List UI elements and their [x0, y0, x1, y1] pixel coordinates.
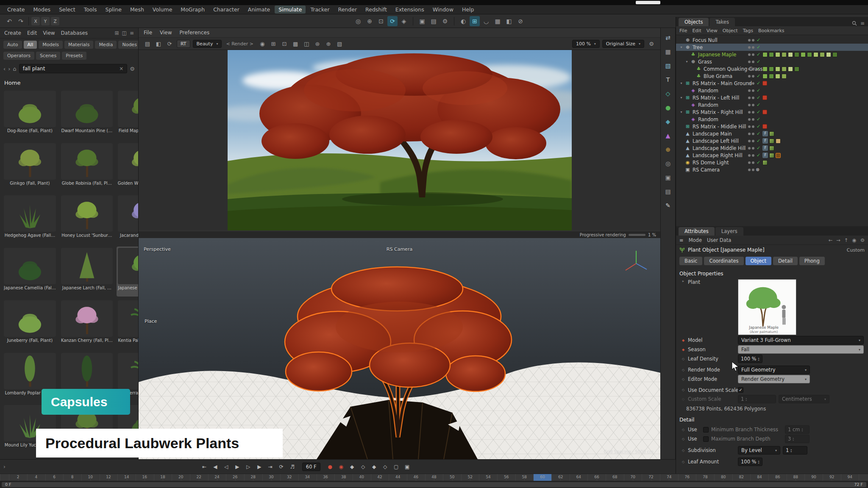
asset-thumb-globe-robinia-fall-pl[interactable]: Globe Robinia (Fall, Pl…: [60, 142, 114, 192]
red-tag-chip[interactable]: [762, 81, 767, 86]
render-visibility-dot[interactable]: [752, 154, 754, 157]
material-swatch[interactable]: [801, 52, 806, 57]
editor-visibility-dot[interactable]: [748, 75, 751, 78]
ruler-frame-44[interactable]: 44: [395, 475, 400, 479]
enabled-check-icon[interactable]: ✓: [757, 152, 760, 158]
section-tab-object[interactable]: Object: [746, 257, 771, 265]
object-row-rs-matrix-main-ground[interactable]: ▾⊞RS Matrix - Main Ground✓: [676, 80, 868, 87]
render-nav-label[interactable]: < Render >: [224, 41, 255, 47]
menu-simulate[interactable]: Simulate: [275, 6, 306, 14]
render-visibility-dot[interactable]: [752, 46, 754, 49]
timeline-panel-arrow[interactable]: ›: [0, 464, 9, 470]
rotate-tool-icon[interactable]: ⟳: [387, 16, 398, 26]
object-row-landscape-main[interactable]: ▲Landscape Main✓F: [676, 130, 868, 137]
object-row-landscape-left-hill[interactable]: ▲Landscape Left Hill✓F: [676, 137, 868, 144]
editor-visibility-dot[interactable]: [748, 133, 751, 135]
camera-key-button[interactable]: ▣: [403, 462, 412, 471]
render-visibility-dot[interactable]: [752, 53, 754, 56]
expander-icon[interactable]: ▾: [679, 110, 684, 114]
rt-button[interactable]: RT: [177, 40, 190, 48]
editor-visibility-dot[interactable]: [748, 46, 751, 49]
asset-thumb-golden-weeping-willo[interactable]: Golden Weeping Willo…: [117, 142, 138, 192]
material-swatch[interactable]: [794, 67, 799, 72]
editor-visibility-dot[interactable]: [748, 89, 751, 92]
refresh-icon[interactable]: ⟳: [165, 39, 174, 48]
forward-icon[interactable]: ›: [8, 66, 10, 72]
material-swatch[interactable]: [820, 52, 825, 57]
editor-visibility-dot[interactable]: [748, 169, 751, 171]
user-data-menu[interactable]: User Data: [707, 237, 731, 243]
workplane-mode-icon[interactable]: ◇: [662, 88, 673, 99]
ruler-frame-34[interactable]: 34: [305, 475, 310, 479]
enabled-check-icon[interactable]: ✓: [757, 88, 760, 93]
prev-frame-button[interactable]: ◁: [222, 462, 231, 471]
menu-mograph[interactable]: MoGraph: [177, 6, 209, 14]
editor-visibility-dot[interactable]: [748, 39, 751, 42]
ruler-frame-8[interactable]: 8: [71, 475, 74, 479]
render-menu-preferences[interactable]: Preferences: [180, 30, 210, 36]
material-swatch[interactable]: [782, 74, 787, 79]
view-label[interactable]: Perspective: [144, 247, 171, 252]
render-visibility-dot[interactable]: [752, 89, 754, 92]
viewport-solo-icon[interactable]: ◎: [662, 158, 673, 169]
grid-view-icon[interactable]: ⊞: [115, 30, 119, 36]
sound-button[interactable]: ♬: [288, 462, 297, 471]
max-branch-checkbox[interactable]: [703, 436, 709, 442]
ruler-frame-90[interactable]: 90: [811, 475, 816, 479]
display-mode-icon[interactable]: ◐: [458, 16, 468, 26]
material-swatch[interactable]: [807, 52, 812, 57]
loop-button[interactable]: ⟳: [277, 462, 286, 471]
leaf-amount-field[interactable]: 100 %▴▾: [738, 458, 762, 466]
axis-x-button[interactable]: X: [31, 17, 40, 25]
region-render-icon[interactable]: ⊡: [280, 39, 289, 48]
object-row-random[interactable]: ◈Random✓: [676, 87, 868, 94]
hamburger-icon[interactable]: ≡: [679, 237, 684, 243]
text-tool-icon[interactable]: T: [662, 74, 673, 85]
tab-takes[interactable]: Takes: [709, 18, 735, 26]
enabled-check-icon[interactable]: ✓: [757, 44, 760, 50]
red-tag-chip[interactable]: [762, 110, 767, 114]
ruler-frame-58[interactable]: 58: [522, 475, 527, 479]
render-pass-dropdown[interactable]: Beauty▾: [193, 40, 222, 48]
ruler-frame-18[interactable]: 18: [160, 475, 165, 479]
ruler-frame-80[interactable]: 80: [721, 475, 726, 479]
ruler-frame-84[interactable]: 84: [757, 475, 762, 479]
enabled-check-icon[interactable]: ✓: [757, 66, 760, 72]
ruler-frame-12[interactable]: 12: [106, 475, 111, 479]
asset-thumb-honey-locust-sunbur[interactable]: Honey Locust 'Sunbur…: [60, 194, 114, 244]
keyframe-rotation-button[interactable]: ◆: [370, 462, 379, 471]
ruler-frame-40[interactable]: 40: [359, 475, 364, 479]
texture-mode-icon[interactable]: ▧: [662, 60, 673, 71]
search-settings-icon[interactable]: ⚙: [130, 66, 135, 72]
enabled-check-icon[interactable]: ✓: [757, 73, 760, 79]
model-dropdown[interactable]: Variant 3 Full-Grown▾: [738, 336, 864, 344]
search-input[interactable]: fall plant ×: [19, 64, 128, 73]
ruler-frame-62[interactable]: 62: [558, 475, 563, 479]
render-visibility-dot[interactable]: [752, 68, 754, 70]
expander-icon[interactable]: ▾: [679, 81, 684, 85]
goto-end-button[interactable]: ⇥: [266, 462, 275, 471]
key-dot[interactable]: ◇: [681, 377, 685, 381]
keyframe-pla-button[interactable]: ◇: [381, 462, 390, 471]
render-visibility-dot[interactable]: [752, 133, 754, 135]
frame-ruler[interactable]: 2468101214161820222426283032343638404244…: [0, 474, 868, 481]
key-dot[interactable]: ◇: [681, 437, 685, 441]
render-to-picture-viewer-icon[interactable]: ▤: [428, 16, 439, 26]
editor-mode-dropdown[interactable]: Render Geometry▾: [738, 375, 810, 383]
ruler-frame-82[interactable]: 82: [739, 475, 744, 479]
key-dot[interactable]: ◇: [681, 460, 685, 464]
material-swatch[interactable]: [762, 52, 768, 57]
editor-visibility-dot[interactable]: [748, 68, 751, 70]
asset-thumb-ginkgo-fall-plant[interactable]: Ginkgo (Fall, Plant): [3, 142, 57, 192]
asset-thumb-field-maple-fall-plant[interactable]: Field Maple (Fall, Plant): [117, 89, 138, 139]
menu-window[interactable]: Window: [429, 6, 457, 14]
om-menu-tags[interactable]: Tags: [743, 28, 753, 33]
render-view-settings-icon[interactable]: ⚙: [647, 39, 656, 48]
material-swatch[interactable]: [762, 74, 768, 79]
ruler-frame-38[interactable]: 38: [341, 475, 346, 479]
render-visibility-dot[interactable]: [752, 39, 754, 42]
lock-icon[interactable]: ◉: [852, 237, 857, 243]
settings-gear-icon[interactable]: ⚙: [860, 237, 865, 243]
subdivision-field[interactable]: 1▴▾: [783, 446, 807, 455]
ruler-frame-32[interactable]: 32: [287, 475, 292, 479]
